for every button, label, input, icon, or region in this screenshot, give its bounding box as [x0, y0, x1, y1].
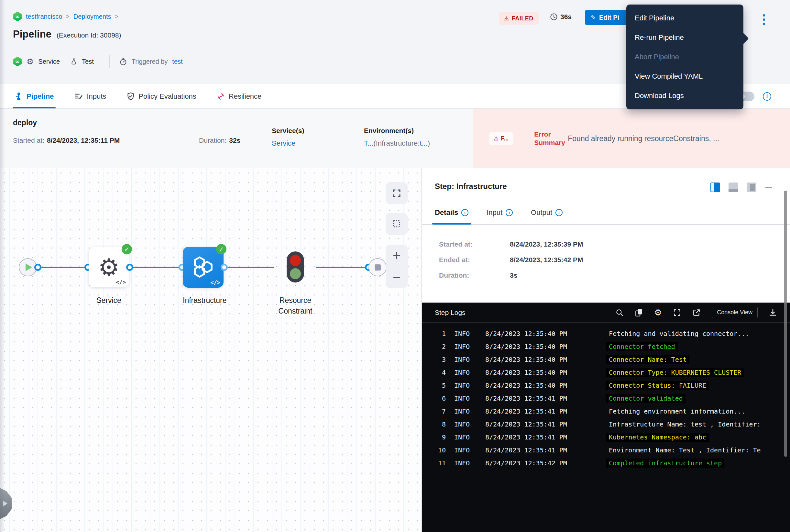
copy-icon[interactable]	[635, 308, 643, 317]
tab-input[interactable]: Input i	[486, 201, 513, 224]
layout-right-view-button[interactable]	[747, 183, 756, 192]
log-level: INFO	[454, 459, 475, 467]
log-message: Connector Name: Test	[606, 355, 689, 364]
log-message: Connector validated	[606, 394, 686, 403]
log-timestamp: 8/24/2023 12:35:41 PM	[485, 407, 584, 415]
pipeline-graph-canvas[interactable]: ⚙ </> ✓ Service </> ✓ Infrastructure Res…	[0, 168, 422, 532]
clock-icon	[550, 13, 558, 21]
log-line: 11 INFO 8/24/2023 12:35:42 PM Completed …	[422, 457, 790, 470]
gear-icon: ⚙	[98, 255, 119, 279]
download-logs-icon[interactable]	[769, 308, 777, 317]
zoom-in-button[interactable]: +	[393, 249, 401, 263]
zoom-out-button[interactable]: −	[393, 270, 401, 284]
menu-item[interactable]: View Compiled YAML	[626, 66, 744, 86]
layout-bottom-view-button[interactable]	[729, 183, 738, 192]
breadcrumb-separator: >	[115, 13, 119, 20]
divider	[259, 120, 259, 157]
node-resource-constraint[interactable]	[287, 251, 304, 283]
edge	[130, 267, 182, 268]
tab-output[interactable]: Output i	[531, 201, 563, 224]
stage-started: Started at: 8/24/2023, 12:35:11 PM	[13, 136, 120, 144]
panel-layout-controls	[710, 183, 772, 192]
log-line: 5 INFO 8/24/2023 12:35:40 PM Connector S…	[422, 379, 790, 392]
tab-details[interactable]: Details i	[435, 201, 468, 224]
title-row: Pipeline (Execution Id: 30098)	[13, 28, 121, 40]
open-external-icon[interactable]	[692, 308, 701, 317]
tab-inputs[interactable]: Inputs	[74, 84, 106, 109]
node-service[interactable]: ⚙ </> ✓	[89, 247, 129, 287]
canvas-zoom-controls[interactable]: + −	[386, 245, 408, 288]
log-line-number: 3	[422, 356, 446, 363]
info-icon[interactable]: i	[763, 92, 771, 101]
warning-icon: ⚠	[504, 15, 509, 22]
step-logs-title: Step Logs	[435, 309, 465, 317]
hexagons-icon	[189, 253, 217, 281]
green-light	[290, 268, 301, 279]
stage-name[interactable]: deploy	[13, 118, 37, 127]
tab-pipeline[interactable]: Pipeline	[15, 84, 54, 109]
service-name[interactable]: Service	[38, 58, 60, 65]
settings-gear-icon[interactable]: ⚙	[654, 308, 662, 317]
menu-item[interactable]: Re-run Pipeline	[626, 28, 744, 47]
detail-row: Duration: 3s	[439, 270, 583, 280]
search-icon[interactable]	[615, 308, 624, 317]
log-level: INFO	[454, 446, 475, 454]
pipeline-icon	[15, 92, 23, 101]
menu-item[interactable]: Edit Pipeline	[626, 8, 744, 28]
more-options-button[interactable]	[761, 13, 767, 26]
code-icon: </>	[116, 279, 126, 285]
gear-icon: ⚙	[26, 57, 34, 66]
info-icon[interactable]: i	[506, 209, 513, 216]
menu-item[interactable]: Abort Pipeline	[626, 47, 744, 66]
red-light	[290, 255, 301, 266]
node-infrastructure[interactable]: </> ✓	[183, 247, 224, 288]
log-line-number: 11	[422, 459, 446, 467]
harness-cd-icon: ∞	[13, 12, 22, 21]
infrastructure-link[interactable]: t...	[420, 139, 427, 147]
log-timestamp: 8/24/2023 12:35:40 PM	[485, 330, 584, 338]
layout-split-view-button[interactable]	[710, 183, 720, 192]
log-message: Kubernetes Namespace: abc	[606, 433, 709, 442]
log-message: Connector Type: KUBERNETES_CLUSTER	[606, 368, 744, 377]
log-line: 4 INFO 8/24/2023 12:35:40 PM Connector T…	[422, 366, 790, 379]
log-level: INFO	[454, 368, 475, 376]
breadcrumb: ∞ testfrancisco > Deployments >	[13, 12, 118, 21]
step-panel-header: Step: Infrastructure	[422, 168, 790, 201]
log-line: 7 INFO 8/24/2023 12:35:41 PM Fetching en…	[422, 405, 790, 418]
log-lines[interactable]: 1 INFO 8/24/2023 12:35:40 PM Fetching an…	[422, 327, 790, 470]
canvas-fullscreen-button[interactable]	[386, 182, 408, 204]
log-message: Fetching and validating connector...	[606, 329, 752, 338]
play-icon	[25, 263, 32, 271]
log-timestamp: 8/24/2023 12:35:42 PM	[485, 459, 584, 467]
log-timestamp: 8/24/2023 12:35:40 PM	[485, 368, 584, 376]
info-icon[interactable]: i	[461, 209, 468, 216]
expand-left-panel-handle[interactable]	[0, 488, 12, 519]
log-line-number: 5	[422, 381, 446, 389]
service-link[interactable]: Service	[272, 139, 295, 147]
error-summary-message: Found already running resourceConstrains…	[568, 134, 790, 143]
fullscreen-icon[interactable]	[673, 308, 681, 317]
error-summary-bar: ⚠ F... Error Summary Found already runni…	[473, 109, 790, 168]
tab-policy-evaluations[interactable]: Policy Evaluations	[127, 84, 196, 109]
panel-scrollbar[interactable]	[784, 191, 787, 457]
status-badge: ⚠ FAILED	[499, 12, 539, 24]
console-view-button[interactable]: Console View	[712, 307, 758, 318]
menu-item[interactable]: Download Logs	[626, 86, 744, 106]
stopwatch-icon	[119, 57, 127, 66]
tab-resilience[interactable]: Resilience	[217, 84, 262, 109]
end-node[interactable]	[368, 258, 387, 277]
canvas-select-button[interactable]	[386, 213, 408, 235]
minimize-panel-button[interactable]	[765, 187, 772, 188]
breadcrumb-deployments[interactable]: Deployments	[73, 13, 111, 20]
log-line-number: 4	[422, 368, 446, 376]
triggered-by-user[interactable]: test	[172, 58, 182, 65]
breadcrumb-project[interactable]: testfrancisco	[26, 13, 62, 20]
info-icon[interactable]: i	[556, 209, 563, 216]
node-label-resource-constraint: Resource Constraint	[263, 295, 328, 317]
environment-name[interactable]: Test	[82, 58, 94, 65]
environment-link[interactable]: T...	[364, 139, 373, 147]
log-timestamp: 8/24/2023 12:35:41 PM	[485, 420, 584, 428]
log-level: INFO	[454, 330, 475, 338]
environments-column: Environment(s) T...(Infrastructure:t...)	[364, 127, 430, 148]
port	[34, 264, 41, 271]
